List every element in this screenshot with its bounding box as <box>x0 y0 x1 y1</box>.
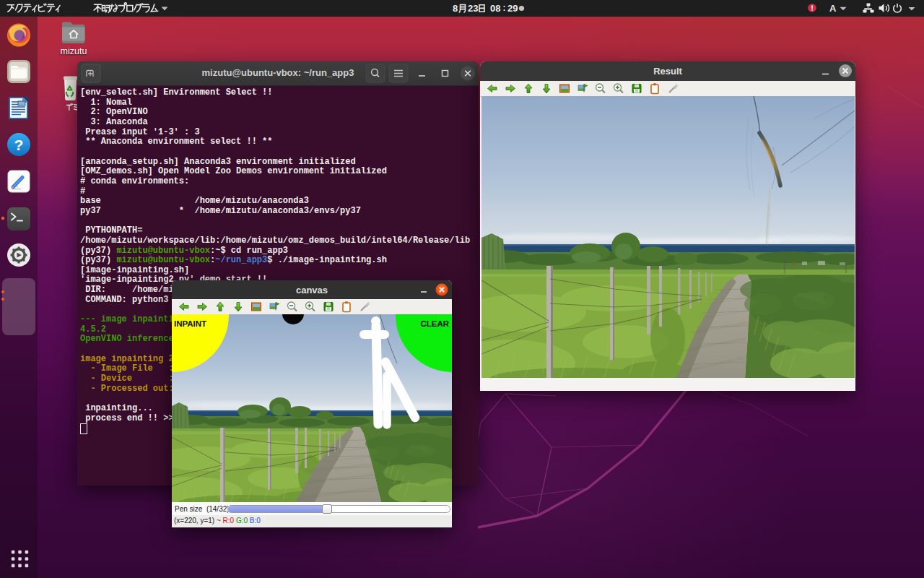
svg-text:8: 8 <box>453 3 458 14</box>
svg-text:INPAINT: INPAINT <box>174 319 206 328</box>
svg-text:?: ? <box>14 137 24 153</box>
svg-text:mizutu: mizutu <box>61 46 87 56</box>
svg-text:CLEAR: CLEAR <box>420 319 449 328</box>
svg-text:23: 23 <box>468 3 478 14</box>
svg-text:29: 29 <box>507 3 518 14</box>
svg-text::: : <box>503 3 506 13</box>
svg-text:A: A <box>829 3 837 14</box>
svg-text:08: 08 <box>490 3 500 14</box>
